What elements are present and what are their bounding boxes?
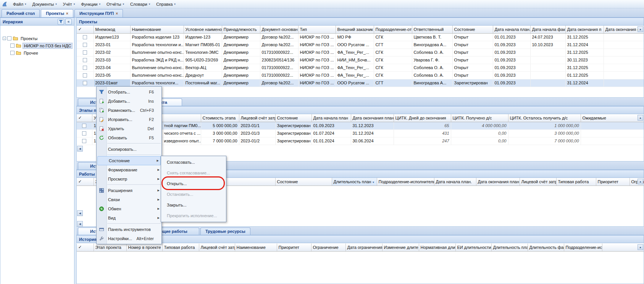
column-header-8[interactable]: Подразделение-от xyxy=(374,26,412,33)
history-scroll-up-button[interactable]: ▲ xyxy=(638,244,643,250)
row-checkbox[interactable] xyxy=(83,43,87,47)
column-header-8[interactable]: Лицевой счёт затр xyxy=(520,178,556,186)
menu-item-0[interactable]: Отобрать...F6 xyxy=(97,87,161,97)
column-header-6[interactable]: Дата начала план xyxy=(312,114,351,122)
column-header-4[interactable]: Принадлежность xyxy=(222,26,260,33)
row-checkbox[interactable] xyxy=(83,35,87,39)
row-checkbox[interactable] xyxy=(83,73,87,77)
column-header-1[interactable]: Мнемокод xyxy=(94,26,130,33)
stages-scroll-left-button[interactable]: ◀ xyxy=(77,146,83,152)
column-header-4[interactable]: Лицевой счёт затрат xyxy=(239,114,275,122)
menu-item-2[interactable]: Размножить...Ctrl+F3 xyxy=(97,106,161,115)
tab-close-icon[interactable]: × xyxy=(116,11,118,16)
panel-scroll-left-button[interactable]: ◀ xyxy=(77,221,83,227)
menu-item-10[interactable]: Формирование▶ xyxy=(97,165,161,174)
column-header-6[interactable]: Тип xyxy=(298,26,336,33)
row-checkbox[interactable] xyxy=(83,58,87,62)
tree-item-2[interactable]: Прочее xyxy=(0,49,74,56)
menu-item-7[interactable]: Скопировать... xyxy=(97,145,161,154)
column-header-11[interactable]: ЕИ длительности xyxy=(455,244,491,251)
row-checkbox[interactable] xyxy=(82,124,86,128)
menubar-item-2[interactable]: Учёт▾ xyxy=(60,1,78,7)
column-header-7[interactable]: Ограничение xyxy=(311,244,345,251)
column-header-9[interactable]: Изменение длите xyxy=(382,244,419,251)
column-header-13[interactable]: Длительность фак xyxy=(528,244,564,251)
menubar-item-5[interactable]: Словари▾ xyxy=(127,1,153,7)
column-header-4[interactable]: Длительность план▼ xyxy=(332,178,377,186)
menu-item-13[interactable]: Расширения▶ xyxy=(97,186,161,195)
column-header-8[interactable]: ЦИТК. Дней до окончания xyxy=(394,114,451,122)
row-checkbox[interactable] xyxy=(83,66,87,70)
menu-item-16[interactable]: Вид▶ xyxy=(97,213,161,223)
tab-0[interactable]: Рабочий стол xyxy=(2,9,40,17)
column-header-9[interactable]: ЦИТК. Получено д/с xyxy=(451,114,508,122)
column-header-7[interactable]: Дата окончания план xyxy=(351,114,394,122)
menu-item-3[interactable]: Исправить...F2 xyxy=(97,115,161,124)
stages-scroll-up-button[interactable]: ▲ xyxy=(638,115,643,121)
works-scroll-left-button[interactable]: ◀ xyxy=(77,210,83,216)
menu-item-2[interactable]: Открыть... xyxy=(161,178,226,189)
column-header-4[interactable]: Лицевой счёт затр xyxy=(199,244,235,251)
column-header-12[interactable]: Длительность пла xyxy=(491,244,528,251)
tab-2[interactable]: Инструкции ПУП× xyxy=(74,9,123,17)
column-header-11[interactable]: Ожидаемые xyxy=(581,114,644,122)
column-header-9[interactable]: Ответственный xyxy=(412,26,452,33)
projects-scroll-up-button[interactable]: ▲ xyxy=(638,26,643,32)
works-scroll-up-button[interactable]: ▲ xyxy=(638,179,643,184)
tree-expander-icon[interactable]: - xyxy=(3,37,6,40)
column-header-13[interactable]: Дата окончания п xyxy=(565,26,604,33)
menubar-item-4[interactable]: Отчёты▾ xyxy=(103,1,127,7)
column-header-0[interactable]: ✓ xyxy=(77,178,94,186)
menubar-item-6[interactable]: Справка▾ xyxy=(153,1,179,7)
column-header-7[interactable]: Дата окончания план xyxy=(476,178,520,186)
tree-item-0[interactable]: -Проекты xyxy=(0,35,74,42)
tab-1[interactable]: Проекты× xyxy=(41,9,73,17)
menu-item-18[interactable]: Панель инструментов xyxy=(97,225,161,234)
column-header-3[interactable]: Состояние xyxy=(275,178,332,186)
column-header-6[interactable]: Дата начала план. xyxy=(434,178,476,186)
row-checkbox[interactable] xyxy=(83,81,87,85)
menu-item-15[interactable]: Обмен▶ xyxy=(97,204,161,213)
tree-checkbox[interactable] xyxy=(10,51,15,55)
column-header-10[interactable]: Нормативная длит xyxy=(419,244,455,251)
column-header-1[interactable]: Этап проекта xyxy=(94,244,126,251)
menu-item-11[interactable]: Просмотр▶ xyxy=(97,174,161,184)
column-header-5[interactable]: Состояние xyxy=(275,114,312,122)
column-header-8[interactable]: Дата ограничения xyxy=(345,244,382,251)
menu-item-4[interactable]: УдалитьDel xyxy=(97,124,161,133)
hierarchy-filter-button[interactable] xyxy=(58,19,64,25)
table-row[interactable]: 2023-04Выполнение опытно-конс...Вектор-А… xyxy=(77,64,644,71)
column-header-0[interactable]: ✓ xyxy=(77,26,94,33)
column-header-7[interactable]: Внешний заказчик xyxy=(336,26,374,33)
table-row[interactable]: 2023-01Разработка технологии и...Магнит … xyxy=(77,41,644,48)
column-header-0[interactable]: ✓ xyxy=(77,244,94,251)
menu-item-5[interactable]: ОбновитьF5 xyxy=(97,133,161,142)
menu-item-19[interactable]: Настройки...Alt+Enter xyxy=(97,234,161,243)
row-checkbox[interactable] xyxy=(82,131,86,136)
tree-item-1[interactable]: НИОКР по ГОЗ без НДС xyxy=(0,42,74,49)
column-header-10[interactable]: ЦИТК. Осталось получить д/с xyxy=(508,114,581,122)
column-header-5[interactable]: Документ-основан xyxy=(260,26,298,33)
menubar-item-3[interactable]: Функции▾ xyxy=(78,1,103,7)
column-header-11[interactable]: Дата начала план. xyxy=(493,26,530,33)
column-header-3[interactable]: Условное наименова xyxy=(184,26,222,33)
column-header-10[interactable]: Состояние xyxy=(452,26,493,33)
tab-2[interactable]: Трудовые ресурсы xyxy=(200,228,250,235)
column-header-10[interactable]: Приоритет xyxy=(596,178,629,186)
menu-item-1[interactable]: Добавить...Ins xyxy=(97,97,161,106)
menu-item-4[interactable]: Закрыть... xyxy=(161,200,226,210)
tree-checkbox[interactable] xyxy=(7,36,11,40)
column-header-5[interactable]: Наименование xyxy=(235,244,277,251)
column-header-3[interactable]: Стоимость этапа xyxy=(201,114,239,122)
row-checkbox[interactable] xyxy=(82,139,86,143)
column-header-0[interactable]: ✓ xyxy=(77,114,92,122)
column-header-9[interactable]: Типовая работа xyxy=(556,178,596,186)
menubar-item-0[interactable]: Файл▾ xyxy=(10,1,29,7)
column-header-5[interactable]: Подразделение-исполнитель xyxy=(377,178,434,186)
menu-item-0[interactable]: Согласовать... xyxy=(161,157,226,168)
table-row[interactable]: 2023-05Выполнение опытно-конс...Дредноут… xyxy=(77,71,644,79)
table-row[interactable]: 2023-03Разработка ЭКД и РКД н...905-U020… xyxy=(77,56,644,64)
tree-checkbox[interactable] xyxy=(10,44,15,48)
menu-item-14[interactable]: Связи▶ xyxy=(97,195,161,204)
row-checkbox[interactable] xyxy=(83,50,87,55)
